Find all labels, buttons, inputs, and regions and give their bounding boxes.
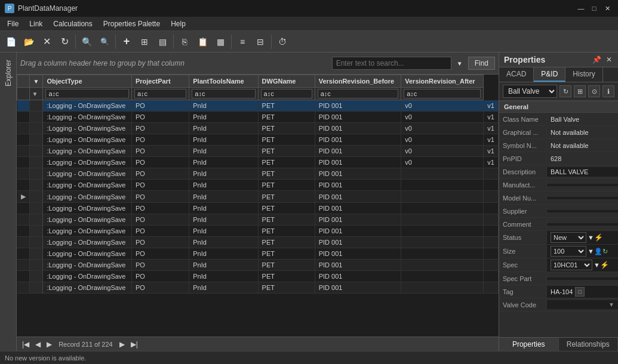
tab-history[interactable]: History (565, 67, 602, 82)
prop-valvecode-value[interactable]: ▼ (547, 300, 618, 309)
table-row[interactable]: ▶ :Logging - OnDrawingSave PO PnId PET P… (17, 191, 499, 203)
pin-button[interactable]: 📌 (591, 55, 602, 64)
explorer-tab[interactable]: Explorer (0, 53, 17, 351)
add-button[interactable]: + (118, 33, 135, 50)
filter-dwgname[interactable] (258, 88, 315, 100)
filter-version-before[interactable] (315, 88, 401, 100)
prop-description-value[interactable]: BALL VALVE (547, 167, 618, 177)
prop-supplier-value[interactable] (547, 210, 618, 212)
size-dropdown[interactable]: 100 (551, 246, 586, 257)
status-dropdown[interactable]: New (551, 232, 586, 243)
table-row[interactable]: :Logging - OnDrawingSave PO PnId PET PID… (17, 146, 499, 157)
prop-status[interactable]: Status New ▼ ⚡ (499, 231, 618, 245)
filter-version-after[interactable] (401, 88, 484, 100)
panel-close-button[interactable]: ✕ (605, 55, 613, 64)
close-button[interactable]: ✕ (601, 4, 613, 13)
col-projectpart[interactable]: ProjectPart (131, 75, 189, 88)
copy-button[interactable]: ⎘ (176, 33, 193, 50)
table-row[interactable]: :Logging - OnDrawingSave PO PnId PET PID… (17, 168, 499, 180)
menu-calculations[interactable]: Calculations (48, 18, 97, 29)
history-button[interactable]: ⏱ (274, 33, 291, 50)
next-record-button[interactable]: ▶ (118, 340, 127, 348)
search-button[interactable]: 🔍 (78, 33, 95, 50)
search-input[interactable] (332, 57, 451, 70)
tag-icon-button[interactable]: □ (575, 287, 585, 297)
col-dwgname[interactable]: DWGName (258, 75, 315, 88)
view-button[interactable]: ▦ (212, 33, 229, 50)
filter-objecttype[interactable] (43, 88, 132, 100)
prop-modelnum[interactable]: Model Nu... (499, 192, 618, 205)
filter-projectpart[interactable] (131, 88, 189, 100)
open-button[interactable]: 📂 (20, 33, 37, 50)
last-record-button[interactable]: ▶| (129, 340, 140, 348)
table-row[interactable]: :Logging - OnDrawingSave PO PnId PET PID… (17, 248, 499, 260)
menu-link[interactable]: Link (24, 18, 47, 29)
spec-dropdown[interactable]: 10HC01 (551, 260, 592, 270)
table-row[interactable]: :Logging - OnDrawingSave PO PnId PET PID… (17, 260, 499, 271)
prop-spec[interactable]: Spec 10HC01 ▼ ⚡ (499, 258, 618, 272)
table-row[interactable]: :Logging - OnDrawingSave PO PnId PET PID… (17, 214, 499, 226)
find-prev-button[interactable]: 🔍 (96, 33, 113, 50)
col-objecttype[interactable]: ObjectType (43, 75, 132, 88)
prop-comment-value[interactable] (547, 223, 618, 226)
new-doc-button[interactable]: 📄 (2, 33, 19, 50)
list-button[interactable]: ≡ (234, 33, 251, 50)
search-dropdown-btn[interactable]: ▼ (455, 55, 465, 72)
prop-specpart[interactable]: Spec Part (499, 272, 618, 285)
table-row[interactable]: :Logging - OnDrawingSave PO PnId PET PID… (17, 112, 499, 123)
col-version-after[interactable]: VersionRevision_After (401, 75, 484, 88)
prop-manufacturer-value[interactable] (547, 184, 618, 186)
prop-size-value[interactable]: 100 ▼ 👤 ↻ (547, 245, 618, 258)
filter-planttoolsname[interactable] (189, 88, 258, 100)
prop-supplier[interactable]: Supplier (499, 205, 618, 218)
prop-spec-value[interactable]: 10HC01 ▼ ⚡ (547, 258, 618, 272)
prop-size[interactable]: Size 100 ▼ 👤 ↻ (499, 245, 618, 258)
delete-button[interactable]: ✕ (38, 33, 55, 50)
prop-tag[interactable]: Tag HA-104 □ (499, 285, 618, 298)
table-row[interactable]: :Logging - OnDrawingSave PO PnId PET PID… (17, 180, 499, 191)
prop-modelnum-value[interactable] (547, 197, 618, 199)
table-row[interactable]: :Logging - OnDrawingSave PO PnId PET PID… (17, 134, 499, 146)
object-dropdown[interactable]: Ball Valve (503, 85, 557, 98)
table-button[interactable]: ⊟ (252, 33, 269, 50)
data-table-container[interactable]: ▼ ObjectType ProjectPart PlantToolsName … (17, 75, 499, 337)
table-row[interactable]: :Logging - OnDrawingSave PO PnId PET PID… (17, 237, 499, 248)
columns-button[interactable]: ▤ (154, 33, 171, 50)
copy-obj-button[interactable]: ⊞ (574, 85, 586, 97)
refresh-button[interactable]: ↻ (56, 33, 73, 50)
col-version-before[interactable]: VersionRevision_Before (315, 75, 401, 88)
grid-button[interactable]: ⊞ (136, 33, 153, 50)
prop-description[interactable]: Description BALL VALVE (499, 165, 618, 178)
prev-record-button[interactable]: ◀ (33, 340, 42, 348)
table-row[interactable]: :Logging - OnDrawingSave PO PnId PET PID… (17, 100, 499, 112)
col-planttoolsname[interactable]: PlantToolsName (189, 75, 258, 88)
prop-tag-value[interactable]: HA-104 □ (547, 286, 618, 298)
menu-properties-palette[interactable]: Properties Palette (99, 18, 165, 29)
minimize-button[interactable]: — (575, 4, 587, 13)
refresh-obj-button[interactable]: ↻ (559, 85, 571, 97)
tab-paid[interactable]: P&ID (534, 67, 565, 82)
table-row[interactable]: :Logging - OnDrawingSave PO PnId PET PID… (17, 271, 499, 282)
prop-status-value[interactable]: New ▼ ⚡ (547, 231, 618, 244)
table-row[interactable]: :Logging - OnDrawingSave PO PnId PET PID… (17, 203, 499, 214)
menu-help[interactable]: Help (166, 18, 190, 29)
info-obj-button[interactable]: ℹ (602, 85, 614, 97)
explorer-label[interactable]: Explorer (3, 57, 14, 89)
bottom-tab-relationships[interactable]: Relationships (559, 338, 619, 351)
table-row[interactable]: :Logging - OnDrawingSave PO PnId PET PID… (17, 123, 499, 134)
prop-specpart-value[interactable] (547, 277, 618, 280)
table-row[interactable]: :Logging - OnDrawingSave PO PnId PET PID… (17, 282, 499, 294)
play-button[interactable]: ▶ (45, 340, 54, 348)
menu-file[interactable]: File (2, 18, 23, 29)
first-record-button[interactable]: |◀ (20, 340, 31, 348)
bottom-tab-properties[interactable]: Properties (499, 338, 559, 351)
prop-manufacturer[interactable]: Manufact... (499, 178, 618, 192)
prop-valvecode[interactable]: Valve Code ▼ (499, 298, 618, 311)
paste-button[interactable]: 📋 (194, 33, 211, 50)
view-obj-button[interactable]: ⊙ (588, 85, 600, 97)
table-row[interactable]: :Logging - OnDrawingSave PO PnId PET PID… (17, 226, 499, 237)
tab-acad[interactable]: ACAD (499, 67, 534, 82)
find-button[interactable]: Find (468, 57, 495, 70)
maximize-button[interactable]: □ (588, 4, 600, 13)
table-row[interactable]: :Logging - OnDrawingSave PO PnId PET PID… (17, 157, 499, 168)
